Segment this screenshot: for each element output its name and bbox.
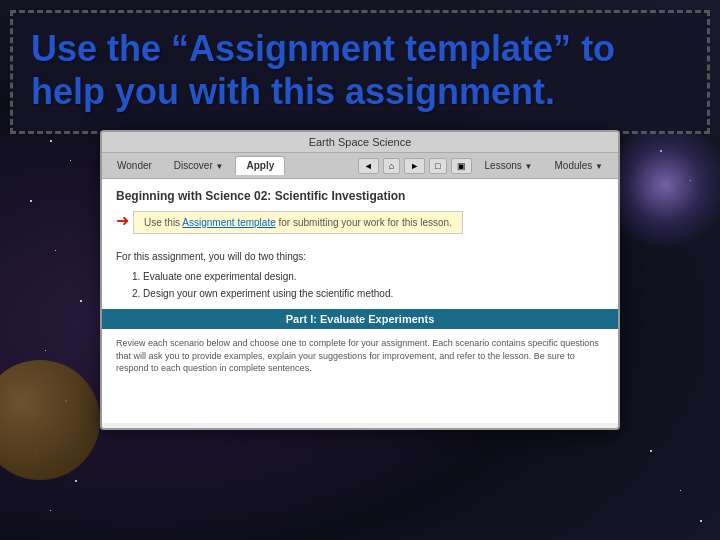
body-paragraph: For this assignment, you will do two thi… [116,250,604,264]
assignment-box-text: Use this [144,217,180,228]
arrow-indicator: ➜ [116,211,129,230]
nav-back-btn[interactable]: ◄ [358,158,379,174]
nav-zoom-btn[interactable]: □ [429,158,446,174]
list-item-2: 2. Design your own experiment using the … [132,287,604,301]
section-header: Part I: Evaluate Experiments [102,309,618,329]
tab-lessons[interactable]: Lessons [475,157,543,174]
assignment-template-box: Use this Assignment template for submitt… [133,211,463,234]
tab-modules[interactable]: Modules [544,157,613,174]
nav-tabs-bar: Wonder Discover Apply ◄ ⌂ ► □ ▣ Lessons … [102,153,618,179]
content-title: Beginning with Science 02: Scientific In… [116,189,604,203]
list-item-1: 1. Evaluate one experimental design. [132,270,604,284]
browser-header: Earth Space Science [102,132,618,153]
section-body-text: Review each scenario below and choose on… [116,337,604,375]
tab-discover[interactable]: Discover [164,157,234,174]
assignment-box-suffix: for submitting your work for this lesson… [279,217,452,228]
page-title: Use the “Assignment template” to help yo… [31,27,689,113]
tab-wonder[interactable]: Wonder [107,157,162,174]
assignment-link[interactable]: Assignment template [182,217,275,228]
tab-apply[interactable]: Apply [235,156,285,175]
browser-window: Earth Space Science Wonder Discover Appl… [100,130,620,430]
content-area: Beginning with Science 02: Scientific In… [102,179,618,423]
nav-home-btn[interactable]: ⌂ [383,158,400,174]
heading-container: Use the “Assignment template” to help yo… [10,10,710,134]
nav-fullscreen-btn[interactable]: ▣ [451,158,472,174]
nav-forward-btn[interactable]: ► [404,158,425,174]
browser-header-label: Earth Space Science [309,136,412,148]
